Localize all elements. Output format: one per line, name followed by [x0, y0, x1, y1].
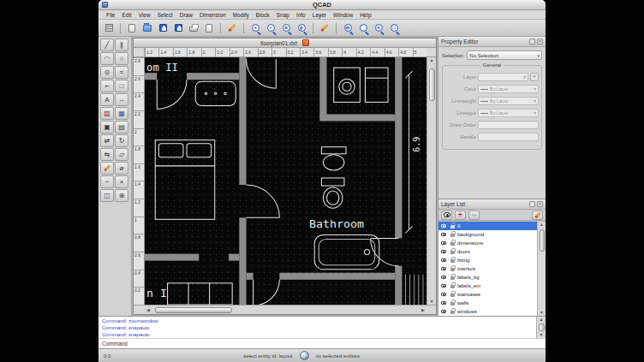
vertical-scrollbar[interactable]: ▲ ▼ — [426, 57, 436, 305]
layer-lock-icon[interactable] — [450, 311, 455, 314]
layer-visible-icon[interactable] — [441, 301, 446, 306]
menu-window[interactable]: Window — [330, 12, 356, 18]
zoom-out-button[interactable]: − — [264, 21, 277, 35]
zoom-in-button[interactable]: + — [248, 21, 262, 35]
edit-layer-button[interactable] — [532, 211, 543, 220]
zoom-page-button[interactable]: □ — [387, 21, 401, 35]
zoom-window-button[interactable]: w — [341, 21, 355, 35]
scroll-left-icon[interactable]: ◀ — [145, 307, 152, 312]
layer-row[interactable]: background — [438, 230, 537, 239]
menu-draw[interactable]: Draw — [176, 12, 196, 18]
layer-lock-icon[interactable] — [450, 285, 455, 288]
layer-row[interactable]: fitting — [438, 256, 537, 264]
menu-dimension[interactable]: Dimension — [196, 12, 230, 18]
menu-select[interactable]: Select — [154, 12, 176, 18]
add-layer-button[interactable]: + — [455, 211, 466, 220]
scroll-up-icon[interactable]: ▲ — [538, 222, 546, 228]
layer-visible-icon[interactable] — [441, 241, 446, 246]
open-file-button[interactable] — [140, 21, 154, 35]
panel-float-button[interactable] — [529, 39, 535, 45]
command-scroll-thumb[interactable] — [539, 323, 545, 331]
image-tool[interactable]: ▦ — [115, 107, 128, 120]
mirror-tool[interactable]: ⇆ — [100, 148, 114, 161]
layer-row[interactable]: doors — [438, 247, 537, 256]
layer-lock-icon[interactable] — [450, 234, 455, 237]
parallel-tool[interactable]: ∥ — [115, 39, 128, 51]
measure-tool[interactable]: ⌀ — [115, 162, 128, 175]
selection-combobox[interactable]: No Selection ▾ — [467, 50, 542, 60]
linetype-combobox[interactable]: By Layer ▾ — [478, 109, 539, 117]
layer-visible-icon[interactable] — [441, 250, 446, 254]
edit-layer-mini-button[interactable]: + — [530, 73, 539, 81]
layer-row[interactable]: dimensions — [438, 239, 537, 247]
ellipse-tool[interactable]: ⊙ — [100, 66, 114, 79]
remove-layer-button[interactable]: − — [468, 211, 480, 220]
layer-row[interactable]: interiors — [438, 264, 537, 273]
text-tool[interactable]: A — [100, 93, 114, 106]
edit-tool[interactable] — [100, 162, 114, 175]
layer-visible-icon[interactable] — [441, 293, 446, 297]
menu-snap[interactable]: Snap — [273, 12, 293, 18]
zoom-previous-button[interactable]: p — [295, 21, 308, 35]
layer-visible-icon[interactable] — [441, 258, 446, 263]
iso-view-tool[interactable]: ◫ — [100, 189, 114, 202]
divide-tool[interactable]: ÷ — [100, 175, 114, 188]
menu-view[interactable]: View — [135, 12, 154, 18]
layer-scroll-thumb[interactable] — [540, 229, 545, 252]
panel-close-button[interactable]: × — [537, 201, 543, 207]
print-preview-button[interactable] — [202, 21, 216, 35]
handle-input[interactable] — [478, 133, 539, 141]
circle-tool[interactable]: ○ — [115, 52, 128, 65]
layer-lock-icon[interactable] — [450, 251, 455, 254]
title-bar[interactable]: QCAD — [98, 0, 546, 10]
vertical-scroll-thumb[interactable] — [429, 68, 435, 101]
menu-info[interactable]: Info — [293, 12, 309, 18]
layer-lock-icon[interactable] — [450, 294, 455, 297]
toggle-all-layers-button[interactable] — [441, 211, 452, 220]
layer-visible-icon[interactable] — [441, 224, 446, 228]
menu-help[interactable]: Help — [356, 12, 374, 18]
widget-grid-button[interactable] — [102, 21, 116, 35]
layer-list-scrollbar[interactable]: ▲ ▼ — [537, 222, 546, 316]
layer-lock-icon[interactable] — [450, 242, 455, 246]
scale-tool[interactable]: ▱ — [115, 148, 128, 161]
snap-tool[interactable]: ⊕ — [115, 189, 128, 202]
scroll-down-icon[interactable]: ▼ — [427, 299, 436, 305]
zoom-pan-button[interactable] — [356, 21, 370, 35]
draworder-input[interactable] — [478, 121, 539, 129]
rotate-tool[interactable]: ↻ — [115, 134, 128, 147]
menu-modify[interactable]: Modify — [230, 12, 253, 18]
layer-visible-icon[interactable] — [441, 276, 446, 280]
layer-visible-icon[interactable] — [441, 233, 446, 237]
layer-row[interactable]: 0 — [438, 222, 537, 230]
menu-file[interactable]: File — [103, 12, 118, 18]
layer-lock-icon[interactable] — [450, 225, 455, 228]
save-as-button[interactable] — [171, 21, 185, 35]
menu-block[interactable]: Block — [253, 12, 273, 18]
panel-close-button[interactable]: × — [537, 39, 543, 45]
draw-edit-button[interactable] — [225, 21, 239, 35]
layer-row[interactable]: labels_em — [438, 282, 537, 290]
redraw-button[interactable] — [318, 21, 331, 35]
scroll-down-icon[interactable]: ▼ — [538, 310, 546, 316]
command-history-scrollbar[interactable]: ▲ ▼ — [536, 317, 546, 338]
layer-lock-icon[interactable] — [450, 302, 455, 306]
panel-float-button[interactable] — [529, 201, 535, 207]
zoom-auto-button[interactable]: a — [279, 21, 293, 35]
layer-lock-icon[interactable] — [450, 276, 455, 280]
scroll-up-icon[interactable]: ▲ — [537, 317, 546, 323]
scroll-right-icon[interactable]: ▶ — [420, 307, 426, 312]
document-titlebar[interactable]: floorplan01.dxf — [134, 39, 436, 48]
save-button[interactable] — [156, 21, 170, 35]
layer-visible-icon[interactable] — [441, 284, 446, 288]
command-line[interactable]: Command — [98, 338, 546, 348]
lineweight-combobox[interactable]: By Layer ▾ — [478, 97, 539, 105]
zoom-selection-button[interactable]: s — [372, 21, 385, 35]
layer-row[interactable]: walls — [438, 299, 537, 307]
horizontal-scroll-thumb[interactable] — [155, 307, 232, 313]
print-button[interactable] — [187, 21, 200, 35]
layer-row[interactable]: labels_bg — [438, 273, 537, 282]
new-file-button[interactable] — [125, 21, 139, 35]
spline-tool[interactable]: ≈ — [115, 66, 128, 79]
menu-layer[interactable]: Layer — [309, 12, 330, 18]
